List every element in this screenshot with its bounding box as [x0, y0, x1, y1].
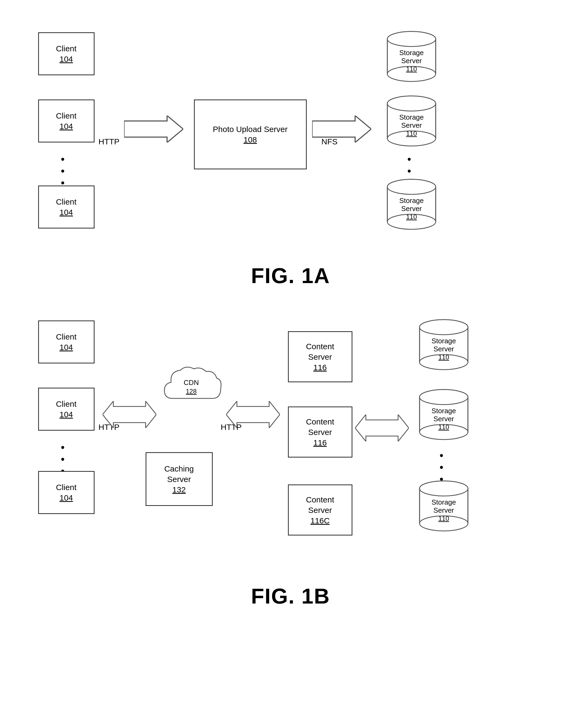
- content-ref: 116: [313, 438, 327, 447]
- content-server-1b-3: Content Server 116C: [288, 485, 353, 536]
- content-label: Content Server: [306, 416, 334, 437]
- storage-1a-1: Storage Server 110: [385, 30, 438, 83]
- svg-text:128: 128: [186, 388, 196, 395]
- svg-text:Storage: Storage: [399, 197, 423, 205]
- svg-point-16: [387, 96, 436, 111]
- client-1b-2: Client 104: [38, 388, 94, 431]
- server-ref: 108: [243, 135, 257, 144]
- svg-text:110: 110: [438, 354, 449, 361]
- arrow-cdn-content: [226, 401, 280, 428]
- content-label: Content Server: [306, 494, 334, 515]
- client-ref: 104: [59, 122, 73, 131]
- client-1b-3: Client 104: [38, 471, 94, 514]
- svg-point-25: [387, 179, 436, 194]
- svg-text:Storage: Storage: [399, 113, 423, 121]
- svg-text:110: 110: [406, 213, 417, 220]
- client-1a-1: Client 104: [38, 32, 94, 75]
- svg-text:110: 110: [406, 65, 417, 73]
- fig1b-section: Client 104 Client 104 ••• Client 104 HTT…: [22, 310, 559, 609]
- storage-1a-3: Storage Server 110: [385, 177, 438, 231]
- svg-text:Storage: Storage: [432, 407, 456, 415]
- client-label: Client: [56, 110, 77, 121]
- fig1b-diagram: Client 104 Client 104 ••• Client 104 HTT…: [22, 310, 559, 578]
- svg-marker-32: [226, 401, 280, 428]
- caching-label: Caching Server: [164, 464, 194, 485]
- svg-marker-1: [312, 115, 371, 142]
- svg-text:110: 110: [438, 515, 449, 522]
- content-server-1b-2: Content Server 116: [288, 407, 353, 458]
- arrow-content-storage: [355, 415, 409, 441]
- photo-upload-server: Photo Upload Server 108: [194, 100, 307, 170]
- caching-ref: 132: [172, 485, 186, 494]
- dots-1a: •••: [61, 153, 65, 189]
- storage-1b-2: Storage Server 110: [417, 388, 471, 441]
- client-ref: 104: [59, 55, 73, 63]
- http-label-1a: HTTP: [99, 137, 119, 146]
- client-label: Client: [56, 399, 77, 409]
- content-server-1b-1: Content Server 116: [288, 331, 353, 382]
- svg-text:110: 110: [406, 130, 417, 137]
- client-label: Client: [56, 43, 77, 54]
- fig1a-label: FIG. 1A: [22, 263, 559, 288]
- client-ref: 104: [59, 410, 73, 419]
- client-ref: 104: [59, 493, 73, 502]
- svg-point-39: [420, 320, 468, 335]
- svg-point-48: [420, 390, 468, 405]
- arrow-nfs-1a: [312, 115, 371, 142]
- svg-text:Server: Server: [433, 506, 454, 514]
- fig1b-label: FIG. 1B: [22, 584, 559, 609]
- content-ref: 116: [313, 363, 327, 372]
- svg-text:Server: Server: [433, 345, 454, 353]
- svg-marker-29: [103, 401, 156, 428]
- client-ref: 104: [59, 343, 73, 352]
- caching-server: Caching Server 132: [145, 452, 213, 506]
- client-1a-2: Client 104: [38, 100, 94, 142]
- client-label: Client: [56, 197, 77, 207]
- client-1a-3: Client 104: [38, 185, 94, 229]
- storage-1b-1: Storage Server 110: [417, 318, 471, 371]
- svg-text:110: 110: [438, 423, 449, 431]
- svg-text:Storage: Storage: [399, 49, 423, 57]
- svg-text:Server: Server: [401, 205, 422, 213]
- svg-point-7: [387, 31, 436, 47]
- svg-text:Storage: Storage: [432, 337, 456, 345]
- svg-text:Server: Server: [401, 57, 422, 65]
- arrow-client-cdn: [103, 401, 156, 428]
- client-1b-1: Client 104: [38, 320, 94, 363]
- server-label: Photo Upload Server: [213, 124, 288, 134]
- arrow-http-1a: [124, 115, 183, 142]
- svg-marker-0: [124, 115, 183, 142]
- svg-point-57: [420, 481, 468, 496]
- content-ref: 116C: [310, 516, 330, 525]
- client-label: Client: [56, 332, 77, 342]
- storage-1a-2: Storage Server 110: [385, 94, 438, 148]
- svg-text:Server: Server: [401, 121, 422, 129]
- fig1a-section: Client 104 Client 104 ••• Client 104 HTT…: [22, 16, 559, 288]
- client-ref: 104: [59, 208, 73, 217]
- svg-text:CDN: CDN: [184, 379, 198, 387]
- client-label: Client: [56, 482, 77, 493]
- storage-1b-3: Storage Server 110: [417, 479, 471, 533]
- content-label: Content Server: [306, 341, 334, 362]
- cdn-cloud: CDN 128: [159, 363, 223, 412]
- svg-text:Server: Server: [433, 415, 454, 423]
- fig1a-diagram: Client 104 Client 104 ••• Client 104 HTT…: [22, 16, 559, 258]
- svg-text:Storage: Storage: [432, 498, 456, 506]
- svg-marker-33: [355, 415, 409, 441]
